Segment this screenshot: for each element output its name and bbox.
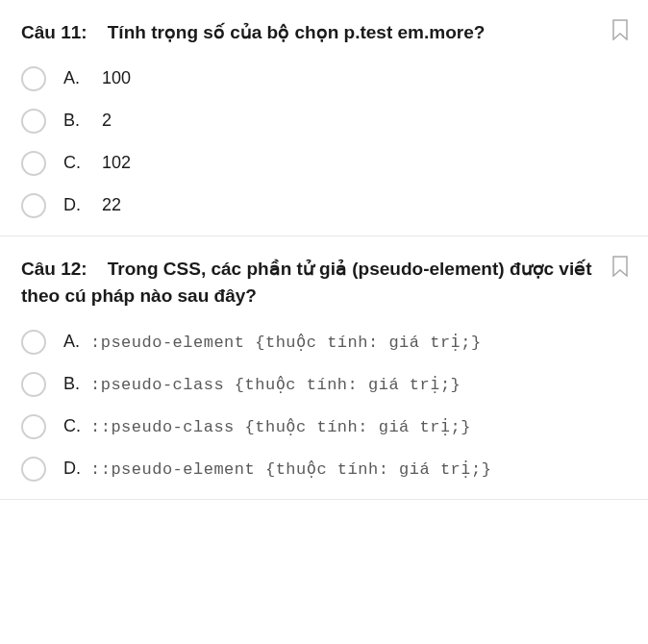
option-letter: A. [63,68,85,88]
option-c[interactable]: C. ::pseudo-class {thuộc tính: giá trị;} [21,414,627,439]
option-text: 100 [102,68,131,88]
option-text: 102 [102,153,131,173]
bookmark-icon[interactable] [611,19,629,40]
bookmark-icon[interactable] [611,256,629,277]
option-letter: A. [63,332,85,352]
radio-icon [21,330,46,355]
option-c[interactable]: C. 102 [21,151,627,176]
question-block-11: Câu 11: Tính trọng số của bộ chọn p.test… [0,0,648,236]
option-content: B. :pseudo-class {thuộc tính: giá trị;} [63,374,461,394]
options-list: A. :pseudo-element {thuộc tính: giá trị;… [21,330,627,482]
option-text: 22 [102,195,121,215]
radio-icon [21,109,46,134]
option-b[interactable]: B. :pseudo-class {thuộc tính: giá trị;} [21,372,627,397]
option-text: ::pseudo-class {thuộc tính: giá trị;} [90,416,471,436]
question-title: Câu 11: Tính trọng số của bộ chọn p.test… [21,19,627,47]
option-letter: D. [63,458,85,479]
radio-icon [21,193,46,218]
options-list: A. 100 B. 2 C. 102 D. 22 [21,66,627,218]
option-text: :pseudo-element {thuộc tính: giá trị;} [90,332,482,352]
question-text: Tính trọng số của bộ chọn p.test em.more… [108,22,486,42]
option-letter: C. [63,153,85,173]
radio-icon [21,66,46,91]
option-letter: B. [63,374,85,394]
radio-icon [21,457,46,482]
option-content: A. :pseudo-element {thuộc tính: giá trị;… [63,332,482,352]
question-title: Câu 12: Trong CSS, các phần tử giả (pseu… [21,256,627,310]
option-letter: B. [63,111,85,131]
option-letter: D. [63,195,85,215]
option-text: ::pseudo-element {thuộc tính: giá trị;} [90,458,491,479]
option-content: D. ::pseudo-element {thuộc tính: giá trị… [63,458,491,479]
option-a[interactable]: A. :pseudo-element {thuộc tính: giá trị;… [21,330,627,355]
option-letter: C. [63,416,85,436]
option-a[interactable]: A. 100 [21,66,627,91]
question-number: Câu 12: [21,259,87,279]
option-content: C. ::pseudo-class {thuộc tính: giá trị;} [63,416,471,436]
option-text: :pseudo-class {thuộc tính: giá trị;} [90,374,461,394]
radio-icon [21,372,46,397]
option-b[interactable]: B. 2 [21,109,627,134]
option-d[interactable]: D. 22 [21,193,627,218]
option-text: 2 [102,111,112,131]
option-d[interactable]: D. ::pseudo-element {thuộc tính: giá trị… [21,457,627,482]
radio-icon [21,151,46,176]
question-header: Câu 12: Trong CSS, các phần tử giả (pseu… [21,256,627,310]
question-block-12: Câu 12: Trong CSS, các phần tử giả (pseu… [0,236,648,500]
question-number: Câu 11: [21,22,87,42]
question-text: Trong CSS, các phần tử giả (pseudo-eleme… [21,259,592,307]
radio-icon [21,414,46,439]
question-header: Câu 11: Tính trọng số của bộ chọn p.test… [21,19,627,47]
